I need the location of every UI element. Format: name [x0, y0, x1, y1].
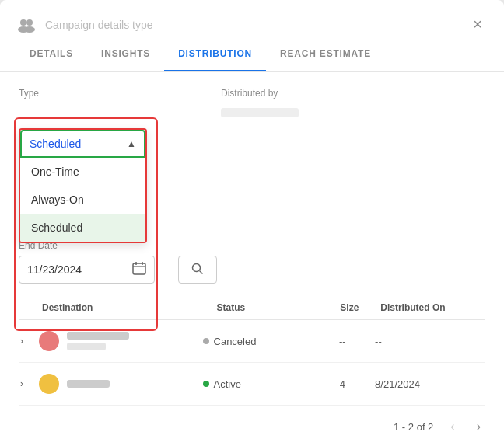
end-date-group: End Date 11/23/2024 [19, 240, 155, 284]
distribution-table: Destination Status Size Distributed On › [19, 296, 485, 406]
svg-point-3 [24, 26, 35, 33]
svg-point-0 [20, 19, 26, 26]
pagination-prev-button[interactable]: ‹ [446, 418, 459, 432]
row-2-destination: › [19, 374, 203, 394]
tab-details[interactable]: DETAILS [16, 37, 87, 71]
type-select-wrapper: Scheduled [19, 103, 143, 131]
pagination-next-button[interactable]: › [472, 418, 485, 432]
row-1-avatar [39, 331, 59, 351]
row-2-expand-icon[interactable]: › [19, 378, 31, 389]
dropdown-option-scheduled[interactable]: Scheduled [20, 214, 145, 242]
row-1-sub [67, 343, 106, 350]
tab-reach-estimate[interactable]: REACH ESTIMATE [266, 37, 385, 71]
tab-insights[interactable]: INSIGHTS [87, 37, 164, 71]
type-label: Type [19, 88, 143, 99]
tab-bar: DETAILS INSIGHTS DISTRIBUTION REACH ESTI… [0, 37, 504, 72]
distributed-by-label: Distributed by [221, 88, 299, 99]
modal-body: Type Scheduled Distributed by Scheduled … [0, 72, 504, 432]
dropdown-option-always-on[interactable]: Always-On [20, 186, 145, 214]
tab-distribution[interactable]: DISTRIBUTION [164, 37, 266, 71]
row-1-distributed-on: -- [372, 336, 485, 347]
dropdown-selected-value: Scheduled [30, 138, 81, 150]
dropdown-arrow-icon: ▲ [127, 138, 136, 149]
end-date-input[interactable]: 11/23/2024 [19, 256, 155, 284]
svg-rect-4 [133, 263, 145, 274]
col-header-status: Status [217, 302, 322, 313]
calendar-icon [132, 261, 146, 278]
dropdown-option-one-time[interactable]: One-Time [20, 158, 145, 186]
distributed-by-group: Distributed by [221, 88, 299, 131]
search-icon [191, 263, 204, 277]
people-icon [16, 14, 37, 36]
modal: Campaign details type × DETAILS INSIGHTS… [0, 0, 504, 432]
row-1-name [67, 332, 129, 340]
distributed-by-value [221, 108, 299, 117]
close-button[interactable]: × [467, 12, 488, 37]
row-2-avatar [39, 374, 59, 394]
row-2-size: 4 [313, 378, 372, 390]
second-form-row: End Date 11/23/2024 [19, 240, 485, 284]
row-1-status-dot [203, 338, 209, 344]
modal-title: Campaign details type [45, 19, 153, 31]
row-2-name [67, 380, 110, 388]
table-row: › Canceled -- -- [19, 320, 485, 363]
table-row: › Active 4 8/21/2024 [19, 363, 485, 406]
row-1-size: -- [313, 336, 372, 347]
pagination: 1 - 2 of 2 ‹ › [19, 406, 485, 432]
form-top-row: Type Scheduled Distributed by [19, 88, 485, 131]
search-box[interactable] [178, 256, 217, 284]
col-header-distributed-on: Distributed On [377, 302, 485, 313]
table-header: Destination Status Size Distributed On [19, 296, 485, 320]
col-header-size: Size [321, 302, 377, 313]
row-1-expand-icon[interactable]: › [19, 336, 31, 347]
svg-line-9 [200, 270, 203, 273]
row-1-destination: › [19, 331, 203, 351]
dropdown-header[interactable]: Scheduled ▲ [20, 130, 145, 158]
row-1-status-text: Canceled [214, 336, 257, 347]
end-date-value: 11/23/2024 [27, 263, 126, 276]
modal-title-area: Campaign details type [16, 14, 153, 36]
row-2-status-text: Active [214, 378, 241, 390]
row-2-status-dot [203, 381, 209, 387]
svg-point-8 [193, 263, 201, 271]
row-1-status: Canceled [203, 336, 313, 347]
modal-header: Campaign details type × [0, 0, 504, 37]
type-dropdown: Scheduled ▲ One-Time Always-On Scheduled [19, 128, 147, 243]
pagination-summary: 1 - 2 of 2 [394, 421, 433, 433]
col-header-destination: Destination [19, 302, 217, 313]
row-2-status: Active [203, 378, 313, 390]
type-group: Type Scheduled [19, 88, 143, 131]
row-2-distributed-on: 8/21/2024 [372, 378, 485, 390]
svg-point-1 [26, 19, 33, 26]
